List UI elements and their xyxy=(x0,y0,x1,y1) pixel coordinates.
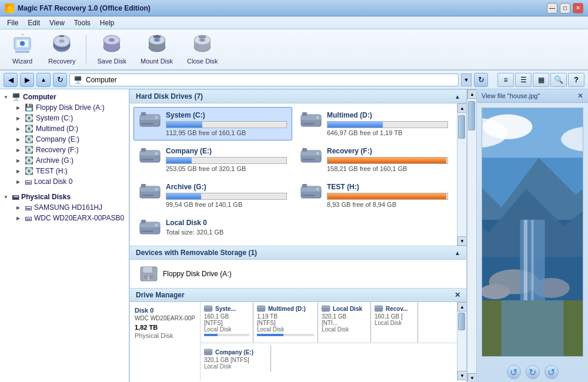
drive-bar-e xyxy=(166,157,287,164)
sidebar-physical-header[interactable]: ▼ 🖴 Physical Disks xyxy=(0,192,129,202)
floppy-drive-item[interactable]: ▌ Floppy Disk Drive (A:) xyxy=(130,260,466,288)
mount-disk-button[interactable]: Mount Disk xyxy=(135,32,179,67)
removable-collapse-btn[interactable]: ▲ xyxy=(455,250,460,256)
wdc-icon: 🖴 xyxy=(25,214,32,222)
svg-rect-43 xyxy=(141,148,146,152)
view-large-button[interactable]: ≡ xyxy=(497,73,514,87)
drive-size-ld0: Total size: 320,1 GB xyxy=(166,229,448,236)
save-disk-button[interactable]: Save Disk xyxy=(91,32,132,67)
sidebar-item-samsung[interactable]: ▶ 🖴 SAMSUNG HD161HJ xyxy=(0,202,129,213)
view-list-button[interactable]: ☰ xyxy=(515,73,532,87)
dm-part-systemc[interactable]: Syste... 160,1 GB [NTFS] Local Disk xyxy=(201,302,253,343)
dm-scroll-down[interactable]: ▼ xyxy=(457,371,466,380)
systemc-icon: 💽 xyxy=(25,114,34,122)
drive-item-systemc[interactable]: System (C:) 112,95 GB free of 160,1 GB xyxy=(133,107,292,140)
dm-scrollbar[interactable]: ▲ ▼ xyxy=(457,302,466,380)
drive-item-localdisk0[interactable]: Local Disk 0 Total size: 320,1 GB xyxy=(133,215,453,242)
dm-part-companyE[interactable]: Company (E:) 320,1 GB [NTFS] Local Disk xyxy=(201,346,271,372)
drive-manager-close-btn[interactable]: ✕ xyxy=(455,291,460,299)
preview-prev-btn[interactable]: ↺ xyxy=(507,365,521,379)
svg-point-10 xyxy=(59,39,65,43)
svg-rect-77 xyxy=(204,349,212,351)
menu-tools[interactable]: Tools xyxy=(69,18,95,28)
drive-item-multimedD[interactable]: Multimed (D:) 646,97 GB free of 1,19 TB xyxy=(295,107,453,140)
drive-manager-panel: Drive Manager ✕ Disk 0 WDC WD20EARX-00P … xyxy=(129,289,467,382)
sidebar-item-multimedD[interactable]: ▶ 💽 Multimed (D:) xyxy=(0,123,129,134)
maximize-button[interactable]: □ xyxy=(560,3,570,14)
sidebar-item-systemc[interactable]: ▶ 💽 System (C:) xyxy=(0,113,129,123)
menu-view[interactable]: View xyxy=(45,18,69,28)
scroll-thumb[interactable] xyxy=(458,115,465,139)
menu-edit[interactable]: Edit xyxy=(23,18,45,28)
recovery-button[interactable]: Recovery xyxy=(42,32,81,67)
search-button[interactable]: 🔍 xyxy=(550,73,567,87)
preview-header: View file "house.jpg" ✕ xyxy=(477,89,588,103)
sidebar-item-wdc[interactable]: ▶ 🖴 WDC WD20EARX-00PASB0 xyxy=(0,213,129,223)
menu-file[interactable]: File xyxy=(2,18,23,28)
view-details-button[interactable]: ▦ xyxy=(533,73,549,87)
scroll-up-btn[interactable]: ▲ xyxy=(457,103,466,113)
dm-scroll-up[interactable]: ▲ xyxy=(457,302,466,311)
svg-rect-33 xyxy=(141,112,146,116)
dm-part-icon-e xyxy=(204,348,213,356)
drive-item-archiveG[interactable]: Archive (G:) 99,54 GB free of 140,1 GB xyxy=(133,179,292,212)
drive-name-h: TEST (H:) xyxy=(327,183,448,191)
sidebar-item-archiveG[interactable]: ▶ 💽 Archive (G:) xyxy=(0,155,129,166)
scroll-down-btn[interactable]: ▼ xyxy=(457,236,466,246)
sidebar-item-floppy[interactable]: ▶ 💾 Floppy Disk Drive (A:) xyxy=(0,102,129,113)
floppy-arrow-icon: ▶ xyxy=(16,105,22,110)
close-button[interactable]: ✕ xyxy=(573,3,583,14)
nav-back-button[interactable]: ◀ xyxy=(4,73,18,87)
drive-size-d: 646,97 GB free of 1,19 TB xyxy=(327,129,448,136)
drive-info-ld0: Local Disk 0 Total size: 320,1 GB xyxy=(166,219,448,236)
sidebar-computer-header[interactable]: ▼ 🖥️ Computer xyxy=(0,92,129,102)
svg-rect-3 xyxy=(15,51,29,53)
svg-point-41 xyxy=(155,152,158,155)
drive-item-testH[interactable]: TEST (H:) 8,93 GB free of 8,94 GB xyxy=(295,179,453,212)
preview-svg xyxy=(482,108,583,356)
main-scrollbar[interactable]: ▲ ▼ xyxy=(467,89,476,382)
main-scroll-down[interactable]: ▼ xyxy=(467,373,476,382)
app-title: Magic FAT Recovery 1.0 (Office Edition) xyxy=(18,4,151,12)
nav-forward-button[interactable]: ▶ xyxy=(20,73,34,87)
dm-part-multimedD[interactable]: Multimed (D:) 1,19 TB [NTFS] Local Disk xyxy=(253,302,318,343)
dm-partitions: Syste... 160,1 GB [NTFS] Local Disk xyxy=(201,302,457,380)
menu-help[interactable]: Help xyxy=(95,18,119,28)
address-dropdown-button[interactable]: ▼ xyxy=(461,73,472,86)
recovery-icon xyxy=(51,34,72,55)
main-scroll-thumb[interactable] xyxy=(468,101,475,130)
drive-size-c: 112,95 GB free of 160,1 GB xyxy=(166,129,287,136)
address-field[interactable]: 🖥️ Computer xyxy=(69,73,459,86)
sidebar-item-localdisk0[interactable]: ▶ 🖴 Local Disk 0 xyxy=(0,176,129,187)
dm-part-localdisk[interactable]: Local Disk 320,1 GB [NTI... Local Disk xyxy=(318,302,371,343)
close-disk-button[interactable]: Close Disk xyxy=(181,32,224,67)
dm-scroll-track xyxy=(457,311,466,371)
preview-play-btn[interactable]: ↻ xyxy=(526,365,540,379)
sidebar-item-testH[interactable]: ▶ 💽 TEST (H:) xyxy=(0,166,129,176)
svg-rect-62 xyxy=(142,230,153,232)
scroll-track[interactable] xyxy=(457,113,466,236)
nav-up-button[interactable]: ▲ xyxy=(36,73,51,87)
nav-refresh2-button[interactable]: ↻ xyxy=(474,73,488,87)
sidebar-item-companyE[interactable]: ▶ 💽 Company (E:) xyxy=(0,134,129,145)
wizard-button[interactable]: ✦ Wizard xyxy=(5,32,40,67)
dm-part-recov[interactable]: Recov... 160,1 GB [ Local Disk xyxy=(371,302,418,343)
svg-rect-71 xyxy=(257,306,265,308)
minimize-button[interactable]: — xyxy=(547,3,557,14)
help-button[interactable]: ? xyxy=(568,73,584,87)
sidebar-item-recoveryF[interactable]: ▶ 💽 Recovery (F:) xyxy=(0,145,129,155)
preview-next-btn[interactable]: ↺ xyxy=(544,365,559,379)
drive-item-companyE[interactable]: Company (E:) 253,05 GB free of 320,1 GB xyxy=(133,143,292,176)
main-scroll-up[interactable]: ▲ xyxy=(467,89,476,99)
svg-point-56 xyxy=(316,187,319,191)
hard-drives-header: Hard Disk Drives (7) ▲ xyxy=(130,90,466,103)
nav-refresh-button[interactable]: ↻ xyxy=(53,73,67,87)
drive-hdd-icon-d xyxy=(300,111,322,130)
drive-item-recoveryF[interactable]: Recovery (F:) 158,21 GB free of 160,1 GB xyxy=(295,143,453,176)
drive-bar-h xyxy=(327,193,448,200)
hard-drives-collapse-btn[interactable]: ▲ xyxy=(455,93,460,100)
dm-scroll-thumb[interactable] xyxy=(458,313,465,330)
drives-scrollbar[interactable]: ▲ ▼ xyxy=(457,103,466,246)
preview-close-btn[interactable]: ✕ xyxy=(577,92,583,100)
svg-rect-75 xyxy=(375,306,383,308)
